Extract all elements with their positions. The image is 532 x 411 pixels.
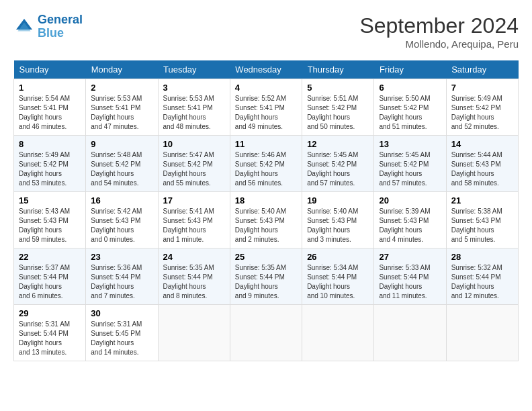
calendar-cell: 15Sunrise: 5:43 AMSunset: 5:43 PMDayligh… — [14, 192, 86, 248]
day-number: 15 — [19, 195, 81, 205]
calendar-cell: 9Sunrise: 5:48 AMSunset: 5:42 PMDaylight… — [86, 136, 158, 192]
day-number: 10 — [163, 139, 225, 149]
day-number: 30 — [91, 308, 152, 318]
calendar-cell: 10Sunrise: 5:47 AMSunset: 5:42 PMDayligh… — [158, 136, 230, 192]
day-number: 26 — [307, 252, 369, 262]
day-number: 4 — [235, 83, 297, 93]
location-subtitle: Mollendo, Arequipa, Peru — [359, 38, 519, 50]
calendar-cell: 23Sunrise: 5:36 AMSunset: 5:44 PMDayligh… — [86, 248, 158, 305]
calendar-cell: 12Sunrise: 5:45 AMSunset: 5:42 PMDayligh… — [302, 136, 374, 192]
calendar-cell: 5Sunrise: 5:51 AMSunset: 5:42 PMDaylight… — [302, 79, 374, 136]
calendar-cell: 1Sunrise: 5:54 AMSunset: 5:41 PMDaylight… — [14, 79, 86, 136]
header-monday: Monday — [86, 60, 158, 79]
day-number: 2 — [91, 83, 152, 93]
calendar-cell: 24Sunrise: 5:35 AMSunset: 5:44 PMDayligh… — [158, 248, 230, 305]
day-detail: Sunrise: 5:45 AMSunset: 5:42 PMDaylight … — [379, 150, 441, 188]
day-detail: Sunrise: 5:53 AMSunset: 5:41 PMDaylight … — [91, 94, 152, 132]
day-number: 3 — [163, 83, 225, 93]
day-detail: Sunrise: 5:46 AMSunset: 5:42 PMDaylight … — [235, 150, 297, 188]
calendar-cell: 11Sunrise: 5:46 AMSunset: 5:42 PMDayligh… — [230, 136, 302, 192]
logo-text: General Blue — [38, 13, 83, 40]
header-sunday: Sunday — [14, 60, 86, 79]
day-number: 6 — [379, 83, 441, 93]
calendar-cell — [158, 305, 230, 361]
day-number: 28 — [451, 252, 513, 262]
day-detail: Sunrise: 5:53 AMSunset: 5:41 PMDaylight … — [163, 94, 225, 132]
calendar-cell: 6Sunrise: 5:50 AMSunset: 5:42 PMDaylight… — [374, 79, 446, 136]
days-header-row: Sunday Monday Tuesday Wednesday Thursday… — [14, 60, 519, 79]
day-number: 27 — [379, 252, 441, 262]
day-detail: Sunrise: 5:32 AMSunset: 5:44 PMDaylight … — [451, 263, 513, 301]
day-detail: Sunrise: 5:48 AMSunset: 5:42 PMDaylight … — [91, 150, 152, 188]
calendar-cell — [230, 305, 302, 361]
day-detail: Sunrise: 5:34 AMSunset: 5:44 PMDaylight … — [307, 263, 369, 301]
day-number: 1 — [19, 83, 81, 93]
day-number: 22 — [19, 252, 81, 262]
calendar-cell: 25Sunrise: 5:35 AMSunset: 5:44 PMDayligh… — [230, 248, 302, 305]
day-detail: Sunrise: 5:52 AMSunset: 5:41 PMDaylight … — [235, 94, 297, 132]
calendar-cell: 29Sunrise: 5:31 AMSunset: 5:44 PMDayligh… — [14, 305, 86, 361]
day-detail: Sunrise: 5:50 AMSunset: 5:42 PMDaylight … — [379, 94, 441, 132]
day-number: 19 — [307, 195, 369, 205]
calendar-table: Sunday Monday Tuesday Wednesday Thursday… — [13, 60, 519, 361]
day-detail: Sunrise: 5:31 AMSunset: 5:44 PMDaylight … — [19, 320, 81, 357]
day-number: 7 — [451, 83, 513, 93]
day-detail: Sunrise: 5:45 AMSunset: 5:42 PMDaylight … — [307, 150, 369, 188]
calendar-body: 1Sunrise: 5:54 AMSunset: 5:41 PMDaylight… — [14, 79, 519, 361]
calendar-cell: 28Sunrise: 5:32 AMSunset: 5:44 PMDayligh… — [446, 248, 518, 305]
calendar-cell: 21Sunrise: 5:38 AMSunset: 5:43 PMDayligh… — [446, 192, 518, 248]
calendar-row: 22Sunrise: 5:37 AMSunset: 5:44 PMDayligh… — [14, 248, 519, 305]
calendar-cell: 17Sunrise: 5:41 AMSunset: 5:43 PMDayligh… — [158, 192, 230, 248]
day-number: 9 — [91, 139, 152, 149]
day-number: 23 — [91, 252, 152, 262]
calendar-cell: 7Sunrise: 5:49 AMSunset: 5:42 PMDaylight… — [446, 79, 518, 136]
calendar-cell: 13Sunrise: 5:45 AMSunset: 5:42 PMDayligh… — [374, 136, 446, 192]
calendar-cell: 4Sunrise: 5:52 AMSunset: 5:41 PMDaylight… — [230, 79, 302, 136]
calendar-cell: 2Sunrise: 5:53 AMSunset: 5:41 PMDaylight… — [86, 79, 158, 136]
day-detail: Sunrise: 5:49 AMSunset: 5:42 PMDaylight … — [19, 150, 81, 188]
day-detail: Sunrise: 5:39 AMSunset: 5:43 PMDaylight … — [379, 207, 441, 244]
day-number: 13 — [379, 139, 441, 149]
header-friday: Friday — [374, 60, 446, 79]
calendar-cell: 26Sunrise: 5:34 AMSunset: 5:44 PMDayligh… — [302, 248, 374, 305]
day-detail: Sunrise: 5:38 AMSunset: 5:43 PMDaylight … — [451, 207, 513, 244]
day-detail: Sunrise: 5:47 AMSunset: 5:42 PMDaylight … — [163, 150, 225, 188]
calendar-cell: 20Sunrise: 5:39 AMSunset: 5:43 PMDayligh… — [374, 192, 446, 248]
day-number: 25 — [235, 252, 297, 262]
day-detail: Sunrise: 5:49 AMSunset: 5:42 PMDaylight … — [451, 94, 513, 132]
day-number: 8 — [19, 139, 81, 149]
calendar-row: 8Sunrise: 5:49 AMSunset: 5:42 PMDaylight… — [14, 136, 519, 192]
day-detail: Sunrise: 5:35 AMSunset: 5:44 PMDaylight … — [163, 263, 225, 301]
day-number: 29 — [19, 308, 81, 318]
day-detail: Sunrise: 5:36 AMSunset: 5:44 PMDaylight … — [91, 263, 152, 301]
logo-icon — [13, 16, 35, 38]
calendar-cell — [446, 305, 518, 361]
header-tuesday: Tuesday — [158, 60, 230, 79]
day-detail: Sunrise: 5:33 AMSunset: 5:44 PMDaylight … — [379, 263, 441, 301]
day-detail: Sunrise: 5:35 AMSunset: 5:44 PMDaylight … — [235, 263, 297, 301]
calendar-cell: 30Sunrise: 5:31 AMSunset: 5:45 PMDayligh… — [86, 305, 158, 361]
calendar-cell: 3Sunrise: 5:53 AMSunset: 5:41 PMDaylight… — [158, 79, 230, 136]
day-number: 21 — [451, 195, 513, 205]
day-detail: Sunrise: 5:40 AMSunset: 5:43 PMDaylight … — [307, 207, 369, 244]
day-number: 12 — [307, 139, 369, 149]
day-detail: Sunrise: 5:31 AMSunset: 5:45 PMDaylight … — [91, 320, 152, 357]
day-detail: Sunrise: 5:44 AMSunset: 5:43 PMDaylight … — [451, 150, 513, 188]
calendar-cell: 14Sunrise: 5:44 AMSunset: 5:43 PMDayligh… — [446, 136, 518, 192]
calendar-cell — [302, 305, 374, 361]
calendar-cell: 27Sunrise: 5:33 AMSunset: 5:44 PMDayligh… — [374, 248, 446, 305]
calendar-cell: 19Sunrise: 5:40 AMSunset: 5:43 PMDayligh… — [302, 192, 374, 248]
day-number: 20 — [379, 195, 441, 205]
header-wednesday: Wednesday — [230, 60, 302, 79]
day-detail: Sunrise: 5:51 AMSunset: 5:42 PMDaylight … — [307, 94, 369, 132]
day-detail: Sunrise: 5:42 AMSunset: 5:43 PMDaylight … — [91, 207, 152, 244]
day-detail: Sunrise: 5:40 AMSunset: 5:43 PMDaylight … — [235, 207, 297, 244]
day-number: 14 — [451, 139, 513, 149]
day-number: 18 — [235, 195, 297, 205]
calendar-cell: 22Sunrise: 5:37 AMSunset: 5:44 PMDayligh… — [14, 248, 86, 305]
month-title: September 2024 — [359, 13, 519, 38]
calendar-row: 15Sunrise: 5:43 AMSunset: 5:43 PMDayligh… — [14, 192, 519, 248]
day-number: 5 — [307, 83, 369, 93]
day-number: 17 — [163, 195, 225, 205]
day-detail: Sunrise: 5:54 AMSunset: 5:41 PMDaylight … — [19, 94, 81, 132]
